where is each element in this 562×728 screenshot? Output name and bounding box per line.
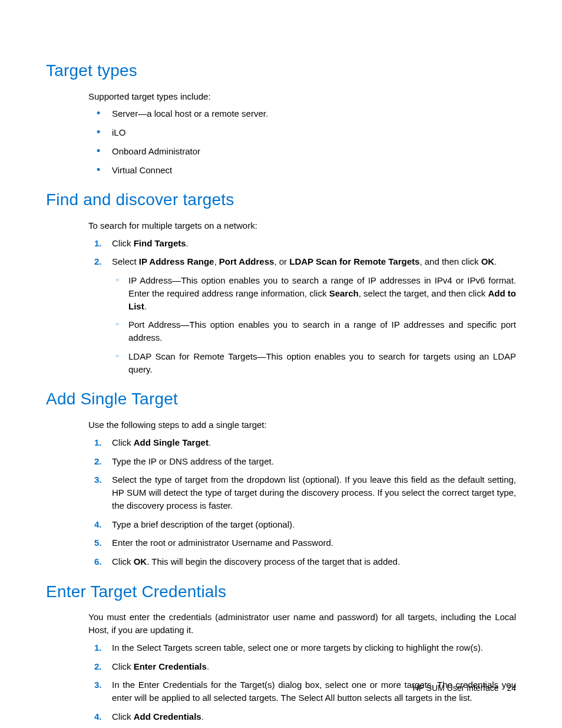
list-item: Select the type of target from the dropd… xyxy=(88,473,516,512)
heading-enter-creds: Enter Target Credentials xyxy=(46,580,516,604)
sub-list: IP Address—This option enables you to se… xyxy=(112,274,516,375)
list-item: Click Add Single Target. xyxy=(88,436,516,449)
list-item: Click Find Targets. xyxy=(88,237,516,250)
list-item: Type the IP or DNS address of the target… xyxy=(88,455,516,468)
heading-find-discover: Find and discover targets xyxy=(46,188,516,212)
list-item: Type a brief description of the target (… xyxy=(88,518,516,531)
heading-add-single: Add Single Target xyxy=(46,387,516,411)
intro-enter-creds: You must enter the credentials (administ… xyxy=(88,611,516,637)
intro-target-types: Supported target types include: xyxy=(88,90,516,103)
page-number: 24 xyxy=(507,683,516,693)
list-item: Click Add Credentials. xyxy=(88,710,516,723)
list-item: In the Select Targets screen table, sele… xyxy=(88,641,516,654)
list-item: IP Address—This option enables you to se… xyxy=(112,274,516,312)
list-item: iLO xyxy=(88,126,516,139)
list-item: Virtual Connect xyxy=(88,164,516,177)
list-item: Port Address—This option enables you to … xyxy=(112,318,516,344)
list-item: Select IP Address Range, Port Address, o… xyxy=(88,255,516,375)
num-list-add-single: Click Add Single Target. Type the IP or … xyxy=(88,436,516,568)
footer-text: HP SUM User Interface xyxy=(413,683,499,693)
list-item: LDAP Scan for Remote Targets—This option… xyxy=(112,350,516,376)
list-item: Server—a local host or a remote server. xyxy=(88,107,516,120)
bullet-list-target-types: Server—a local host or a remote server. … xyxy=(88,107,516,176)
num-list-find-discover: Click Find Targets. Select IP Address Ra… xyxy=(88,237,516,376)
page-footer: HP SUM User Interface 24 xyxy=(413,682,516,694)
list-item: Enter the root or administrator Username… xyxy=(88,536,516,549)
list-item: Click Enter Credentials. xyxy=(88,660,516,673)
list-item: Onboard Administrator xyxy=(88,145,516,158)
heading-target-types: Target types xyxy=(46,59,516,83)
intro-find-discover: To search for multiple targets on a netw… xyxy=(88,219,516,232)
intro-add-single: Use the following steps to add a single … xyxy=(88,419,516,431)
list-item: Click OK. This will begin the discovery … xyxy=(88,555,516,568)
